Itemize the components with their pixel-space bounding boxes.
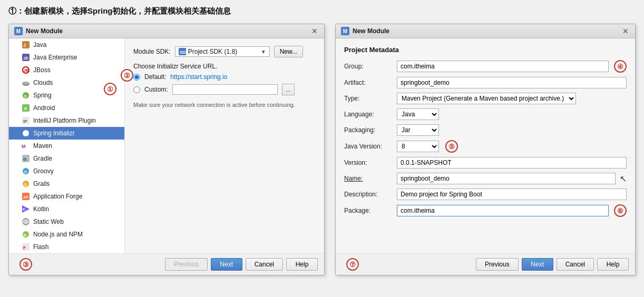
left-dialog-close[interactable]: ✕	[310, 27, 319, 35]
left-help-button[interactable]: Help	[286, 258, 318, 271]
group-row: Group: ④	[344, 60, 627, 73]
sidebar-item-java[interactable]: J Java	[9, 38, 124, 51]
svg-text:F: F	[23, 245, 26, 250]
sidebar-item-android[interactable]: A Android	[9, 102, 124, 114]
nodejs-icon: N	[22, 230, 30, 239]
name-row: Name: ↖	[344, 173, 627, 184]
sidebar-item-jboss[interactable]: JB JBoss	[9, 64, 124, 76]
right-next-button[interactable]: Next	[522, 258, 553, 271]
type-label: Type:	[344, 95, 397, 102]
svg-text:SDK: SDK	[180, 50, 186, 55]
packaging-select[interactable]: Jar	[397, 124, 439, 136]
java-version-select[interactable]: 8	[397, 141, 439, 152]
maven-icon: M	[22, 142, 30, 150]
badge-6: ⑥	[614, 204, 627, 217]
java-version-row: Java Version: 8 ⑤	[344, 140, 627, 153]
left-dialog: M New Module ✕ J Java	[8, 24, 325, 275]
sidebar-item-spring-initializr[interactable]: S Spring Initializr	[9, 127, 124, 140]
left-dialog-body: J Java JE Java Enterprise JB	[9, 38, 324, 253]
java-icon: J	[22, 41, 30, 49]
svg-text:M: M	[22, 144, 26, 149]
custom-radio[interactable]	[133, 86, 140, 93]
language-select[interactable]: Java	[397, 108, 439, 120]
badge-3: ③	[19, 258, 32, 271]
sidebar-item-maven[interactable]: M Maven	[9, 140, 124, 152]
page-title: ①：创建新模块，选择Spring初始化，并配置模块相关基础信息	[8, 6, 636, 16]
artifact-input[interactable]	[397, 77, 627, 88]
right-dialog-footer: ⑦ Previous Next Cancel Help	[336, 253, 635, 275]
package-label: Package:	[344, 207, 397, 214]
static-web-icon	[22, 217, 30, 226]
custom-label[interactable]: Custom:	[144, 86, 168, 93]
svg-text:S: S	[24, 132, 27, 136]
sidebar-item-nodejs[interactable]: N Node.js and NPM	[9, 228, 124, 241]
svg-text:JB: JB	[24, 68, 28, 72]
project-metadata-title: Project Metadata	[344, 46, 627, 54]
description-label: Description:	[344, 191, 397, 198]
svg-text:G: G	[24, 170, 27, 174]
svg-text:G: G	[23, 157, 26, 162]
right-dialog: M New Module ✕ Project Metadata Group: ④	[335, 24, 636, 275]
badge-1: ①	[104, 83, 116, 95]
sidebar-item-grails[interactable]: G Grails	[9, 177, 124, 190]
left-previous-button[interactable]: Previous	[165, 258, 208, 271]
page-wrapper: ①：创建新模块，选择Spring初始化，并配置模块相关基础信息 M New Mo…	[0, 0, 644, 282]
badge-4: ④	[614, 60, 627, 73]
name-input[interactable]	[397, 173, 616, 184]
badge-7: ⑦	[346, 258, 359, 271]
svg-text:AF: AF	[23, 195, 29, 200]
left-cancel-button[interactable]: Cancel	[246, 258, 283, 271]
sidebar-item-gradle[interactable]: G Gradle	[9, 152, 124, 165]
sidebar-item-static-web[interactable]: Static Web	[9, 215, 124, 228]
sidebar-item-java-enterprise[interactable]: JE Java Enterprise	[9, 51, 124, 64]
sidebar-item-kotlin[interactable]: K Kotlin	[9, 203, 124, 215]
default-label[interactable]: Default:	[144, 73, 166, 81]
type-select[interactable]: Maven Project (Generate a Maven based pr…	[397, 93, 576, 104]
packaging-row: Packaging: Jar	[344, 124, 627, 136]
sdk-dropdown-chevron: ▼	[261, 49, 266, 55]
sidebar-item-intellij[interactable]: IP IntelliJ Platform Plugin	[9, 114, 124, 127]
sdk-dropdown[interactable]: SDK Project SDK (1.8) ▼	[175, 46, 270, 57]
svg-text:K: K	[23, 207, 25, 211]
custom-url-input[interactable]	[172, 84, 278, 95]
left-dialog-footer: ③ Previous Next Cancel Help	[9, 253, 324, 275]
sidebar-item-groovy[interactable]: G Groovy	[9, 165, 124, 177]
default-radio[interactable]	[133, 74, 140, 81]
left-sidebar: J Java JE Java Enterprise JB	[9, 38, 125, 253]
application-forge-icon: AF	[22, 192, 30, 201]
left-next-button[interactable]: Next	[211, 258, 242, 271]
flash-icon: F	[22, 243, 30, 251]
right-help-button[interactable]: Help	[597, 258, 629, 271]
spring-icon: S	[22, 91, 30, 100]
artifact-row: Artifact:	[344, 77, 627, 88]
dialogs-row: M New Module ✕ J Java	[8, 24, 636, 275]
network-note: Make sure your network connection is act…	[133, 102, 316, 108]
name-label: Name:	[344, 175, 397, 182]
right-dialog-title: M New Module	[341, 27, 389, 35]
version-input[interactable]	[397, 157, 627, 169]
right-cancel-button[interactable]: Cancel	[557, 258, 594, 271]
right-dialog-close[interactable]: ✕	[621, 27, 630, 35]
svg-text:JE: JE	[23, 56, 28, 61]
package-input[interactable]	[397, 205, 609, 216]
svg-point-8	[25, 82, 28, 84]
right-previous-button[interactable]: Previous	[476, 258, 519, 271]
java-version-label: Java Version:	[344, 143, 397, 150]
group-input[interactable]	[397, 61, 609, 72]
url-section: ② Choose Initializr Service URL. Default…	[133, 63, 316, 95]
svg-text:G: G	[24, 182, 27, 187]
sidebar-item-flash[interactable]: F Flash	[9, 241, 124, 253]
badge-5: ⑤	[445, 140, 458, 153]
custom-url-btn[interactable]: …	[282, 84, 295, 95]
version-label: Version:	[344, 159, 397, 166]
new-sdk-button[interactable]: New...	[274, 46, 303, 57]
language-row: Language: Java	[344, 108, 627, 120]
default-url-link[interactable]: https://start.spring.io	[170, 73, 227, 81]
right-dialog-icon: M	[341, 27, 349, 35]
svg-text:IP: IP	[23, 119, 27, 124]
right-dialog-content: Project Metadata Group: ④ Artifact: T	[336, 38, 635, 253]
description-input[interactable]	[397, 189, 627, 200]
left-dialog-title: M New Module	[14, 27, 63, 35]
svg-text:J: J	[23, 43, 26, 48]
sidebar-item-application-forge[interactable]: AF Application Forge	[9, 190, 124, 203]
